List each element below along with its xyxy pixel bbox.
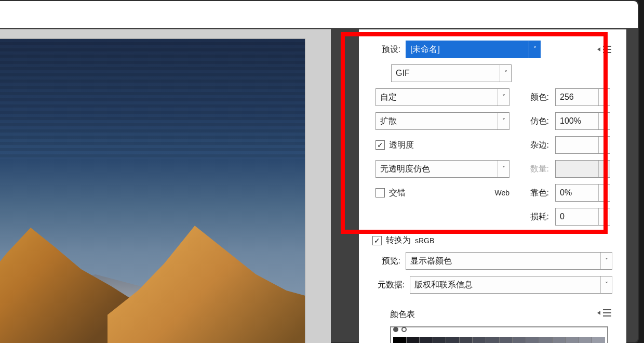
color-swatch[interactable] — [539, 337, 552, 343]
preview-image — [0, 39, 305, 343]
color-swatch[interactable] — [500, 337, 513, 343]
chevron-down-icon: ˅ — [498, 89, 509, 105]
websnap-label: 靠色: — [519, 188, 550, 199]
chevron-down-icon: ˅ — [598, 137, 610, 153]
color-swatch[interactable] — [473, 337, 486, 343]
color-swatch[interactable] — [513, 337, 526, 343]
palette-type-combo[interactable]: 自定 ˅ — [375, 88, 509, 106]
palette-type-value: 自定 — [380, 92, 397, 103]
metadata-label: 元数据: — [372, 280, 405, 291]
transparency-checkbox[interactable]: ✓ 透明度 — [375, 140, 514, 151]
interlace-checkbox[interactable]: 交错 — [375, 188, 406, 199]
color-table-sort-radios[interactable] — [393, 327, 407, 332]
format-combo[interactable]: GIF ˅ — [391, 64, 512, 82]
convert-value: sRGB — [415, 236, 434, 245]
chevron-down-icon: ˅ — [500, 65, 511, 82]
lossy-label: 损耗: — [519, 212, 550, 222]
interlace-label: 交错 — [389, 188, 406, 199]
convert-srgb-checkbox[interactable]: ✓ 转换为 sRGB — [372, 235, 434, 246]
matte-label: 杂边: — [519, 140, 550, 151]
websnap-value: 0% — [560, 188, 572, 197]
swatch-grid[interactable] — [393, 337, 605, 343]
matte-input[interactable]: ˅ — [555, 136, 610, 154]
color-swatch[interactable] — [486, 337, 499, 343]
colors-input[interactable]: 256 ˅ — [555, 88, 610, 106]
chevron-down-icon: ˅ — [598, 161, 610, 177]
transparency-amount-label: 数量: — [519, 164, 550, 175]
websnap-input[interactable]: 0% ˅ — [555, 184, 610, 202]
dither-amount-label: 仿色: — [519, 116, 550, 127]
colors-value: 256 — [560, 93, 574, 102]
metadata-value: 版权和联系信息 — [414, 280, 473, 291]
preview-pane — [0, 29, 331, 343]
color-swatch[interactable] — [460, 337, 473, 343]
chevron-down-icon: ˅ — [598, 113, 610, 129]
color-swatch[interactable] — [420, 337, 433, 343]
radio-on-icon — [393, 327, 398, 332]
optimize-panel: 预设: [未命名] ˅ GIF ˅ 自定 ˅ — [359, 29, 626, 343]
image-canvas[interactable] — [0, 38, 305, 343]
checkbox-checked-icon: ✓ — [372, 236, 382, 245]
color-swatch[interactable] — [553, 337, 566, 343]
preset-value: [未命名] — [410, 44, 440, 55]
metadata-combo[interactable]: 版权和联系信息 ˅ — [410, 276, 612, 294]
color-swatch[interactable] — [433, 337, 446, 343]
dither-amount-input[interactable]: 100% ˅ — [555, 112, 610, 130]
chevron-down-icon: ˅ — [498, 113, 509, 129]
color-swatch[interactable] — [579, 337, 592, 343]
preview-label: 预览: — [372, 256, 400, 267]
dither-amount-value: 100% — [560, 116, 581, 126]
preset-combo[interactable]: [未命名] ˅ — [406, 41, 541, 58]
chevron-down-icon: ˅ — [598, 208, 610, 225]
convert-label: 转换为 — [386, 235, 411, 246]
color-table-menu-icon[interactable] — [601, 309, 613, 316]
checkbox-unchecked-icon — [375, 188, 385, 197]
chevron-down-icon: ˅ — [529, 41, 540, 58]
chevron-down-icon: ˅ — [600, 276, 612, 293]
transparency-dither-combo[interactable]: 无透明度仿色 ˅ — [375, 160, 509, 178]
color-table-title: 颜色表 — [390, 309, 415, 320]
transparency-amount-input: ˅ — [555, 160, 610, 178]
transparency-dither-value: 无透明度仿色 — [380, 164, 430, 175]
format-value: GIF — [396, 69, 410, 78]
color-swatch[interactable] — [407, 337, 420, 343]
preset-label: 预设: — [372, 44, 400, 55]
chevron-down-icon: ˅ — [598, 89, 610, 105]
lossy-value: 0 — [560, 212, 565, 221]
preview-combo[interactable]: 显示器颜色 ˅ — [406, 252, 612, 270]
color-swatch[interactable] — [446, 337, 459, 343]
transparency-label: 透明度 — [389, 140, 414, 151]
panel-menu-icon[interactable] — [601, 46, 613, 53]
preview-value: 显示器颜色 — [410, 256, 452, 267]
color-swatch[interactable] — [592, 337, 605, 343]
color-swatch[interactable] — [526, 337, 539, 343]
web-label: Web — [494, 189, 509, 197]
chevron-down-icon: ˅ — [498, 161, 509, 177]
checkbox-checked-icon: ✓ — [375, 140, 385, 150]
dither-type-value: 扩散 — [380, 116, 397, 127]
lossy-input[interactable]: 0 ˅ — [555, 208, 610, 226]
chevron-down-icon: ˅ — [600, 253, 612, 269]
colors-label: 颜色: — [519, 92, 550, 103]
chevron-down-icon: ˅ — [598, 184, 610, 201]
color-swatch[interactable] — [393, 337, 406, 343]
window-titlebar — [0, 1, 638, 28]
color-swatch[interactable] — [566, 337, 579, 343]
dither-type-combo[interactable]: 扩散 ˅ — [375, 112, 509, 130]
save-for-web-window: 预设: [未命名] ˅ GIF ˅ 自定 ˅ — [0, 0, 639, 343]
radio-off-icon — [401, 327, 407, 332]
color-table[interactable] — [390, 326, 608, 343]
